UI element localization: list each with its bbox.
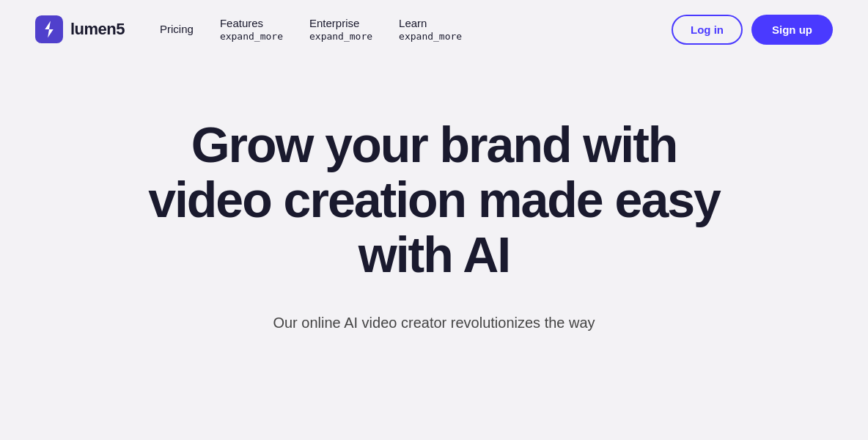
logo-link[interactable]: lumen5 [35,15,125,43]
nav-auth: Log in Sign up [672,15,833,45]
nav-features[interactable]: Features expand_more [208,12,295,46]
navbar: lumen5 Pricing Features expand_more Ente… [0,0,868,59]
signup-button[interactable]: Sign up [751,15,833,45]
hero-subtitle: Our online AI video creator revolutioniz… [273,311,595,334]
nav-learn[interactable]: Learn expand_more [387,12,474,46]
hero-section: Grow your brand with video creation made… [0,59,868,364]
learn-expand-icon: expand_more [399,31,462,42]
hero-title: Grow your brand with video creation made… [148,117,720,282]
nav-links: Pricing Features expand_more Enterprise … [148,12,672,46]
lumen5-logo-icon [35,15,63,43]
features-expand-icon: expand_more [220,31,283,42]
enterprise-expand-icon: expand_more [309,31,372,42]
svg-rect-0 [35,15,63,43]
nav-enterprise[interactable]: Enterprise expand_more [298,12,384,46]
nav-pricing[interactable]: Pricing [148,17,205,42]
login-button[interactable]: Log in [672,15,743,45]
logo-text: lumen5 [70,20,125,39]
